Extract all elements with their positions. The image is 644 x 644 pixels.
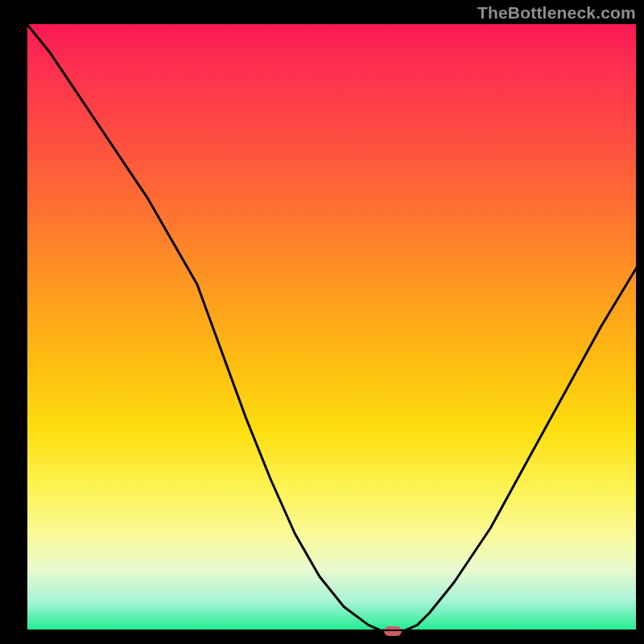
curve-svg [26, 23, 638, 631]
chart-stage: TheBottleneck.com [0, 0, 644, 644]
minimum-marker [384, 626, 402, 636]
watermark-text: TheBottleneck.com [477, 3, 636, 23]
curve-path [26, 23, 638, 630]
